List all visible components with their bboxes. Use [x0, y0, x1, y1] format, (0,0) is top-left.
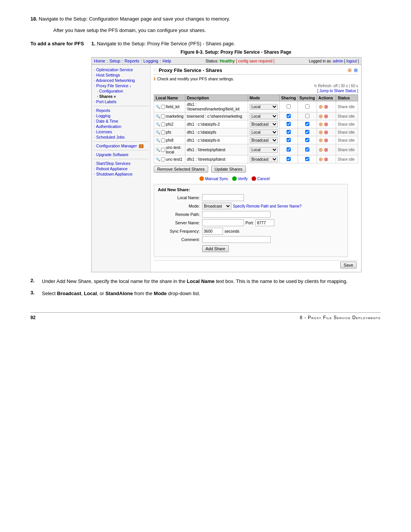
sidebar-item-auth[interactable]: · Authentication [93, 124, 149, 129]
row-mode-pfs2[interactable]: Broadcast Local StandAlone [250, 121, 278, 127]
mode-select[interactable]: Broadcast Local StandAlone [202, 203, 231, 209]
save-button[interactable]: Save [340, 262, 357, 268]
sidebar-item-configuration[interactable]: · Configuration [96, 88, 149, 94]
row-name-marketing: marketing [166, 114, 183, 118]
row-sharing-field-kit[interactable] [287, 104, 291, 109]
row-sharing-unc-test-local[interactable] [287, 147, 291, 152]
row-sharing-pfs[interactable] [287, 130, 291, 134]
local-name-input[interactable] [202, 194, 244, 201]
nav-logging[interactable]: Logging [143, 59, 158, 63]
row-sharing-unc-test1[interactable] [287, 157, 291, 161]
sidebar-item-start-stop[interactable]: · Start/Stop Services [93, 161, 149, 166]
delete-icon-unc-test-local[interactable]: ⊗ [324, 147, 328, 153]
step-1-text: Navigate to the Setup: Proxy File Servic… [97, 41, 235, 46]
row-syncing-unc-test-local[interactable] [305, 147, 309, 152]
cancel-label[interactable]: Cancel [257, 176, 270, 181]
sidebar-item-port-labels[interactable]: · Port Labels [93, 99, 149, 104]
row-syncing-marketing[interactable] [305, 114, 309, 118]
row-syncing-pfs[interactable] [305, 130, 309, 134]
verify-label[interactable]: Verify [238, 176, 248, 181]
row-checkbox-unc-test-local[interactable] [161, 148, 165, 152]
update-shares-button[interactable]: Update Shares [211, 166, 246, 173]
edit-icon-field-kit[interactable]: ⊕ [319, 104, 323, 110]
row-sharing-pfs2[interactable] [287, 122, 291, 126]
search-icon[interactable]: 🔍 [156, 157, 160, 161]
remove-selected-button[interactable]: Remove Selected Shares [154, 166, 208, 173]
jump-link[interactable]: [ Jump to Share Status ] [317, 89, 358, 93]
row-checkbox-pfs[interactable] [161, 130, 165, 134]
row-checkbox-pfs8[interactable] [161, 138, 165, 142]
row-checkbox-pfs2[interactable] [161, 122, 165, 126]
logout-link[interactable]: logout [346, 59, 357, 63]
row-checkbox-field-kit[interactable] [161, 105, 165, 109]
delete-icon-pfs2[interactable]: ⊗ [324, 121, 328, 127]
row-mode-field-kit[interactable]: Local Broadcast StandAlone [250, 104, 278, 110]
sidebar-item-advanced[interactable]: · Advanced Networking [93, 78, 149, 83]
edit-icon-marketing[interactable]: ⊕ [319, 113, 323, 119]
nav-reports[interactable]: Reports [124, 59, 139, 63]
remote-path-input[interactable] [202, 211, 271, 218]
table-row: 🔍 pfs8 dfs1 : c:\data\pfs-b Broadcast Lo… [154, 136, 358, 144]
sidebar-item-scheduled[interactable]: · Scheduled Jobs [93, 134, 149, 140]
row-mode-unc-test1[interactable]: Broadcast Local StandAlone [250, 157, 278, 162]
edit-icon-pfs2[interactable]: ⊕ [319, 121, 323, 127]
search-icon[interactable]: 🔍 [156, 130, 160, 134]
delete-icon-field-kit[interactable]: ⊗ [324, 104, 328, 110]
search-icon[interactable]: 🔍 [156, 114, 160, 118]
admin-link[interactable]: admin [333, 59, 343, 63]
sidebar-item-proxy[interactable]: · Proxy File Service ↓ [93, 83, 149, 88]
sidebar-item-shutdown[interactable]: · Shutdown Appliance [93, 171, 149, 177]
search-icon[interactable]: 🔍 [156, 122, 160, 126]
delete-icon-pfs[interactable]: ⊗ [324, 129, 328, 135]
search-icon[interactable]: 🔍 [156, 148, 160, 152]
row-checkbox-marketing[interactable] [161, 114, 165, 118]
row-syncing-pfs8[interactable] [305, 138, 309, 142]
edit-icon-unc-test-local[interactable]: ⊕ [319, 147, 323, 153]
sidebar-item-reboot[interactable]: · Reboot Appliance [93, 166, 149, 171]
server-name-input[interactable] [202, 219, 244, 226]
shares-table: Local Name Description Mode Sharing Sync… [154, 94, 358, 163]
help-icon[interactable]: ⊕ [347, 67, 352, 73]
edit-icon-pfs[interactable]: ⊕ [319, 129, 323, 135]
sidebar-item-date[interactable]: · Date & Time [93, 118, 149, 124]
sidebar-item-config-manager[interactable]: · Configuration Manager 0 [93, 143, 149, 149]
sidebar-item-licenses[interactable]: · Licenses [93, 129, 149, 134]
row-syncing-field-kit[interactable] [305, 104, 309, 109]
delete-icon-unc-test1[interactable]: ⊗ [324, 156, 328, 162]
edit-icon-pfs8[interactable]: ⊕ [319, 137, 323, 143]
logged-in-label: Logged in as: [309, 59, 332, 63]
info-icon2[interactable]: ⊗ [354, 67, 358, 73]
edit-icon-unc-test1[interactable]: ⊕ [319, 156, 323, 162]
search-icon[interactable]: 🔍 [156, 105, 160, 109]
sidebar-item-optimization[interactable]: · Optimization Service [93, 67, 149, 72]
row-sharing-marketing[interactable] [287, 114, 291, 118]
row-syncing-pfs2[interactable] [305, 122, 309, 126]
manual-sync-label[interactable]: Manual Sync [205, 176, 228, 181]
nav-help[interactable]: Help [162, 59, 171, 63]
port-input[interactable] [255, 219, 274, 226]
add-share-button[interactable]: Add Share [202, 245, 229, 252]
nav-home[interactable]: Home [94, 59, 105, 63]
delete-icon-pfs8[interactable]: ⊗ [324, 137, 328, 143]
nav-setup[interactable]: Setup [109, 59, 120, 63]
sync-freq-input[interactable] [202, 228, 223, 235]
row-checkbox-unc-test1[interactable] [161, 157, 165, 161]
verify-icon [232, 176, 237, 181]
search-icon[interactable]: 🔍 [156, 138, 160, 142]
row-mode-unc-test-local[interactable]: Local Broadcast StandAlone [250, 147, 278, 153]
specify-text[interactable]: Specify Remote Path and Server Name? [233, 204, 302, 208]
row-mode-pfs[interactable]: Local Broadcast StandAlone [250, 129, 278, 135]
sidebar-item-shares[interactable]: · Shares « [96, 94, 149, 99]
row-name-field-kit: field_kit [166, 104, 180, 109]
sidebar-item-host[interactable]: · Host Settings [93, 72, 149, 78]
sidebar-item-logging[interactable]: · Logging [93, 113, 149, 118]
sidebar-item-upgrade[interactable]: · Upgrade Software [93, 152, 149, 157]
row-mode-marketing[interactable]: Local Broadcast StandAlone [250, 113, 278, 119]
refresh-text[interactable]: Refresh: off | 30 s | 60 s [318, 84, 358, 88]
delete-icon-marketing[interactable]: ⊗ [324, 113, 328, 119]
sidebar-item-reports[interactable]: · Reports [93, 108, 149, 113]
row-mode-pfs8[interactable]: Broadcast Local StandAlone [250, 137, 278, 143]
row-sharing-pfs8[interactable] [287, 138, 291, 142]
row-syncing-unc-test1[interactable] [305, 157, 309, 161]
comment-input[interactable] [202, 236, 271, 243]
